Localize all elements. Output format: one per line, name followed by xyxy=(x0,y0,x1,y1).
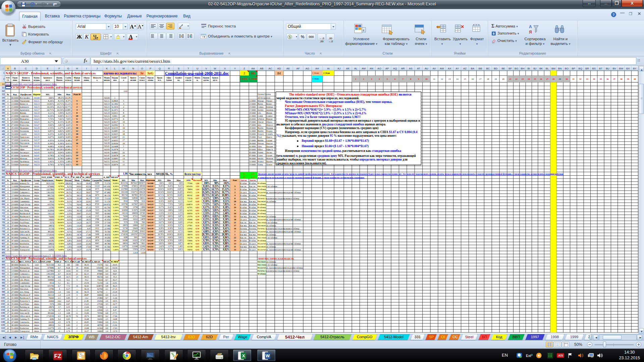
svg-text:Как сле: Как сле xyxy=(249,185,256,187)
svg-text:15,12%: 15,12% xyxy=(65,103,72,105)
svg-text:13,26: 13,26 xyxy=(84,306,89,308)
svg-text:0,20%: 0,20% xyxy=(58,133,64,135)
svg-text:12: 12 xyxy=(76,130,78,132)
svg-text:104870: 104870 xyxy=(96,285,103,287)
svg-text:18: 18 xyxy=(7,315,9,317)
svg-text:Protective S: Protective S xyxy=(20,218,30,221)
svg-text:По расч: По расч xyxy=(249,243,256,245)
svg-text:SrG25: SrG25 xyxy=(34,121,40,123)
svg-text:R: R xyxy=(168,67,170,70)
svg-text:19: 19 xyxy=(7,236,9,239)
svg-text:0,001: 0,001 xyxy=(112,115,117,117)
svg-text:95: 95 xyxy=(2,281,5,284)
svg-text:55: 55 xyxy=(2,160,5,163)
svg-text:65: 65 xyxy=(2,191,5,194)
svg-text:0,45: 0,45 xyxy=(196,249,199,251)
svg-text:BB: BB xyxy=(479,67,482,70)
svg-text:18,55: 18,55 xyxy=(113,300,117,302)
svg-text:13: 13 xyxy=(7,218,9,221)
svg-text:Лесово: Лесово xyxy=(266,152,272,154)
svg-text:8383673: 8383673 xyxy=(139,182,145,184)
svg-text:0,1%: 0,1% xyxy=(67,236,72,239)
svg-text:Поддер: Поддер xyxy=(266,130,272,132)
svg-text:major: major xyxy=(34,227,39,230)
svg-text:25-0000: 25-0000 xyxy=(11,121,18,123)
svg-text:13: 13 xyxy=(122,157,125,160)
svg-text:33-0000: 33-0000 xyxy=(11,218,18,221)
svg-text:1,60%: 1,60% xyxy=(59,212,64,215)
svg-text:2,27%: 2,27% xyxy=(213,212,219,215)
svg-text:38,53: 38,53 xyxy=(77,194,82,196)
svg-text:4,56%: 4,56% xyxy=(213,230,219,233)
svg-text:U: U xyxy=(197,67,199,70)
svg-text:15: 15 xyxy=(76,163,78,166)
svg-text:0,8: 0,8 xyxy=(106,312,108,314)
svg-text:Верхний предел $1.68=($1.67 +: Верхний предел $1.68=($1.67 + 1.96*0.004… xyxy=(302,139,369,143)
svg-text:17: 17 xyxy=(122,139,125,141)
svg-text:28970: 28970 xyxy=(49,306,54,308)
svg-text:0,0035: 0,0035 xyxy=(112,139,118,141)
svg-text:64180: 64180 xyxy=(49,239,54,242)
svg-text:43-0000: 43-0000 xyxy=(11,315,18,317)
svg-text:включает в себя все значения в: включает в себя все значения в два раза … xyxy=(277,123,386,126)
svg-text:867895: 867895 xyxy=(132,194,138,196)
svg-text:75570: 75570 xyxy=(97,263,102,266)
svg-text:27: 27 xyxy=(546,78,548,80)
svg-text:2,10%: 2,10% xyxy=(113,206,119,208)
svg-text:62800: 62800 xyxy=(49,330,54,332)
svg-text:P: P xyxy=(150,67,151,70)
svg-text:0,0005: 0,0005 xyxy=(112,151,118,154)
svg-text:1,4: 1,4 xyxy=(58,291,61,293)
svg-text:6: 6 xyxy=(7,197,8,199)
svg-text:20,78%: 20,78% xyxy=(158,233,164,235)
svg-text:0,30: 0,30 xyxy=(196,228,199,230)
svg-text:Расчеты, экономическое моделир: Расчеты, экономическое моделирование в т… xyxy=(258,197,300,199)
svg-text:SrG21: SrG21 xyxy=(148,200,153,202)
svg-text:35-0000: 35-0000 xyxy=(11,136,18,138)
svg-text:12: 12 xyxy=(441,78,443,80)
svg-text:По расч: По расч xyxy=(240,249,247,251)
svg-text:3,99%: 3,99% xyxy=(213,197,219,200)
svg-text:679980: 679980 xyxy=(122,185,127,187)
svg-text:0,36: 0,36 xyxy=(196,225,199,227)
svg-text:10,88%: 10,88% xyxy=(222,194,229,197)
svg-text:Искусст: Искусст xyxy=(266,124,273,126)
svg-text:6298: 6298 xyxy=(95,182,99,184)
svg-text:SrG43: SrG43 xyxy=(148,233,153,236)
svg-text:1227860: 1227860 xyxy=(47,188,54,190)
svg-text:49-0000: 49-0000 xyxy=(11,242,18,245)
svg-text:В табли: В табли xyxy=(240,194,247,196)
svg-text:21,85: 21,85 xyxy=(77,218,82,221)
svg-text:3,1: 3,1 xyxy=(58,324,61,326)
svg-text:97: 97 xyxy=(2,287,5,290)
svg-text:Управл: Управл xyxy=(266,100,272,102)
svg-text:00-0000: 00-0000 xyxy=(11,263,18,266)
svg-text:Хозяйст: Хозяйст xyxy=(175,77,182,79)
svg-text:13-0000: 13-0000 xyxy=(11,188,18,190)
svg-text:61025: 61025 xyxy=(133,239,138,241)
svg-text:major: major xyxy=(34,239,39,242)
svg-text:21,92: 21,92 xyxy=(113,324,117,326)
svg-text:25-0000: 25-0000 xyxy=(11,206,18,208)
svg-text:338460: 338460 xyxy=(122,197,127,199)
svg-text:0,90%: 0,90% xyxy=(113,212,119,215)
svg-text:145430: 145430 xyxy=(96,266,103,269)
svg-text:1227860: 1227860 xyxy=(121,188,127,190)
svg-text:Строи: Строи xyxy=(140,77,145,79)
svg-text:Office and A: Office and A xyxy=(20,233,31,236)
svg-text:AO: AO xyxy=(377,67,381,70)
svg-text:10,77: 10,77 xyxy=(113,303,117,305)
svg-text:24878: 24878 xyxy=(141,218,146,220)
svg-text:3,81%: 3,81% xyxy=(213,209,219,212)
svg-text:646513: 646513 xyxy=(140,203,145,205)
svg-text:SrG47: SrG47 xyxy=(104,154,110,157)
svg-text:32,9: 32,9 xyxy=(113,269,117,272)
svg-text:BI: BI xyxy=(528,67,530,70)
svg-text:27-0000: 27-0000 xyxy=(11,124,18,126)
svg-text:major: major xyxy=(34,291,39,293)
svg-text:57876: 57876 xyxy=(133,248,138,250)
svg-text:Healthcare P: Healthcare P xyxy=(20,294,31,296)
svg-text:major: major xyxy=(34,248,39,251)
svg-text:0,0772: 0,0772 xyxy=(112,118,118,120)
svg-text:№ Таблиц: № Таблиц xyxy=(249,78,257,80)
